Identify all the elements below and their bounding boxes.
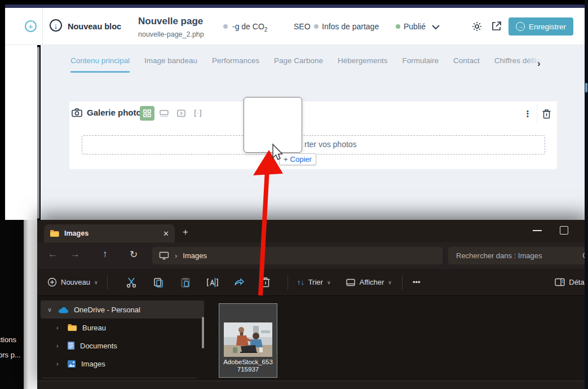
camera-icon: [72, 108, 82, 117]
left-panel-scrollbar[interactable]: [37, 47, 39, 219]
explorer-statusbar: [37, 381, 588, 389]
browser-scrollbar-track[interactable]: [585, 0, 588, 389]
folder-icon: [67, 324, 77, 331]
cut-icon[interactable]: [126, 277, 137, 288]
chevron-collapsed-icon[interactable]: ›: [56, 342, 62, 349]
publish-status-dropdown[interactable]: Publié: [404, 22, 426, 31]
plus-circle-icon: [47, 277, 57, 287]
open-external-icon[interactable]: [491, 21, 502, 32]
maximize-button[interactable]: [560, 226, 568, 235]
details-pane-icon: [555, 278, 565, 286]
trash-icon: [542, 109, 551, 119]
view-banner-button[interactable]: [157, 106, 171, 121]
tab-performances[interactable]: Performances: [212, 56, 259, 65]
view-fullwidth-button[interactable]: [191, 106, 205, 121]
new-block-icon: ↓: [50, 19, 62, 32]
page-title: Nouvelle page: [138, 16, 203, 27]
sidebar-item-bureau[interactable]: › Bureau: [41, 319, 204, 337]
brackets-icon: [194, 109, 202, 117]
browser-scrollbar-thumb[interactable]: [585, 83, 587, 92]
chevron-collapsed-icon[interactable]: ›: [56, 360, 62, 367]
screenshot-root: + ↓ Nouveau bloc Nouvelle page nouvelle-…: [0, 0, 588, 389]
sidebar-divider: [42, 378, 196, 378]
underlying-left-rail: ctions ors p...: [0, 220, 24, 389]
file-explorer-window: Images ✕ + ← → ↑ ↻ › Images Rechercher d…: [37, 220, 588, 389]
save-arrow-icon: →: [516, 22, 525, 31]
editor-left-panel: [5, 45, 37, 220]
sidebar-item-documents[interactable]: › Documents: [41, 337, 204, 355]
tabs-scroll-right-icon[interactable]: ›: [537, 58, 541, 69]
view-icon: [346, 279, 355, 286]
tab-hebergements[interactable]: Hébergements: [338, 56, 388, 65]
seo-link[interactable]: SEO: [294, 22, 311, 31]
new-button[interactable]: Nouveau∨: [47, 277, 98, 287]
view-grid-button[interactable]: [140, 106, 154, 121]
sort-icon: ↑↓: [297, 278, 304, 286]
explorer-tab[interactable]: Images ✕: [44, 224, 175, 242]
details-pane-button[interactable]: Détails: [555, 278, 588, 286]
up-icon[interactable]: ↑: [103, 249, 108, 260]
drag-copy-badge: +Copier: [279, 153, 316, 165]
explorer-toolbar: Nouveau∨ ↑↓: [37, 269, 588, 296]
toolbar-divider: [402, 275, 403, 290]
chevron-expanded-icon[interactable]: ∨: [47, 306, 53, 313]
gallery-delete-button[interactable]: [537, 104, 556, 123]
page-tabs: Contenu principal Image bandeau Performa…: [70, 56, 542, 73]
save-button[interactable]: → Enregistrer: [509, 17, 573, 36]
this-pc-icon: [159, 251, 169, 260]
slider-icon: [177, 109, 185, 117]
banner-icon: [160, 109, 169, 117]
more-icon: •••: [413, 278, 421, 286]
address-bar[interactable]: › Images: [152, 247, 443, 264]
pictures-icon: [67, 360, 76, 368]
share-icon[interactable]: [233, 277, 245, 288]
view-slider-button[interactable]: [174, 106, 188, 121]
breadcrumb-images[interactable]: Images: [183, 251, 207, 260]
tab-page-carbone[interactable]: Page Carbone: [274, 56, 323, 65]
toolbar-divider: [107, 275, 108, 290]
share-info-link[interactable]: Infos de partage: [322, 22, 379, 31]
toolbar-divider: [288, 275, 288, 290]
sidebar-item-onedrive[interactable]: ∨ OneDrive - Personal: [41, 300, 204, 319]
more-options-button[interactable]: •••: [413, 278, 421, 286]
grid-icon: [143, 109, 151, 117]
gallery-header: Galerie photo: [72, 108, 142, 117]
folder-icon: [50, 229, 59, 237]
tab-close-icon[interactable]: ✕: [163, 229, 169, 238]
new-tab-button[interactable]: +: [183, 227, 188, 238]
forward-icon[interactable]: →: [70, 249, 80, 260]
tab-formulaire[interactable]: Formulaire: [403, 56, 439, 65]
gallery-menu-button[interactable]: ⋮: [519, 104, 537, 123]
tab-contact[interactable]: Contact: [453, 56, 480, 65]
refresh-icon[interactable]: ↻: [130, 249, 138, 260]
sort-button[interactable]: ↑↓ Trier∨: [297, 278, 331, 286]
chevron-collapsed-icon[interactable]: ›: [56, 324, 62, 331]
file-tile-adobestock[interactable]: AdobeStock_653 715937: [219, 303, 277, 378]
header-divider: [42, 8, 43, 45]
minimize-button[interactable]: [533, 230, 542, 231]
rail-fragment-2: ors p...: [0, 351, 21, 359]
sidebar-scrollbar[interactable]: [202, 317, 204, 348]
tab-contenu-principal[interactable]: Contenu principal: [70, 56, 130, 73]
search-box[interactable]: Rechercher dans : Images: [448, 247, 588, 264]
rename-icon[interactable]: [206, 277, 219, 288]
tab-image-bandeau[interactable]: Image bandeau: [144, 56, 197, 65]
copy-icon[interactable]: [153, 277, 164, 288]
breadcrumb-separator: ›: [175, 251, 177, 260]
new-block-button[interactable]: Nouveau bloc: [68, 22, 121, 31]
back-icon[interactable]: ←: [48, 249, 58, 260]
tab-chiffres-defilants[interactable]: Chiffres défilant: [494, 56, 542, 65]
add-page-button[interactable]: +: [25, 20, 37, 32]
settings-gear-icon[interactable]: [471, 21, 483, 32]
file-name: AdobeStock_653 715937: [223, 359, 273, 373]
separator-dot: [314, 24, 319, 29]
search-placeholder: Rechercher dans : Images: [456, 251, 542, 260]
delete-icon[interactable]: [260, 277, 271, 288]
view-button[interactable]: Afficher∨: [346, 278, 391, 286]
chevron-down-icon[interactable]: [432, 25, 440, 30]
document-icon: [67, 341, 75, 350]
sidebar-item-images[interactable]: › Images: [41, 355, 204, 373]
drag-ghost-image: [244, 97, 302, 153]
paste-icon[interactable]: [180, 277, 191, 288]
kebab-icon: ⋮: [524, 109, 532, 119]
